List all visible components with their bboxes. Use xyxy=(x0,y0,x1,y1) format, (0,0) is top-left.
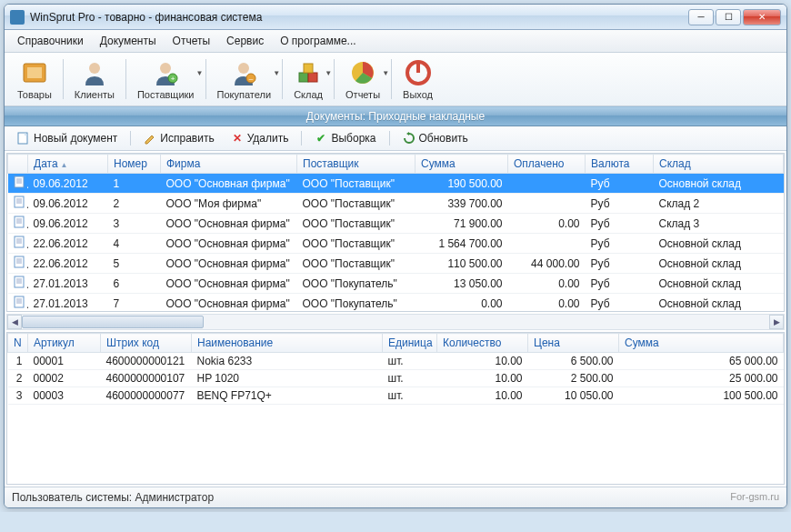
svg-text:–: – xyxy=(249,75,254,83)
scroll-left-icon[interactable]: ◀ xyxy=(7,315,22,329)
grid-header-row: Дата▲ Номер Фирма Поставщик Сумма Оплаче… xyxy=(8,155,784,174)
row-icon-cell xyxy=(8,294,28,313)
table-row[interactable]: 2000024600000000107HP 1020шт.10.002 500.… xyxy=(8,370,784,387)
toolbar-buyers[interactable]: –Покупатели▼ xyxy=(210,56,279,102)
col-warehouse[interactable]: Склад xyxy=(654,155,784,174)
svg-rect-14 xyxy=(416,62,420,73)
row-icon-cell xyxy=(8,274,28,294)
table-row[interactable]: 09.06.20123ООО "Основная фирма"ООО "Пост… xyxy=(8,214,784,234)
dcol-name[interactable]: Наименование xyxy=(192,334,383,353)
menu-service[interactable]: Сервис xyxy=(219,32,271,50)
clients-icon xyxy=(80,58,109,87)
document-icon xyxy=(14,176,26,188)
toolbar-goods[interactable]: Товары xyxy=(10,56,59,102)
svg-point-3 xyxy=(160,63,171,74)
col-date[interactable]: Дата▲ xyxy=(28,155,108,174)
svg-rect-10 xyxy=(308,73,317,82)
dcol-qty[interactable]: Количество xyxy=(437,334,528,353)
chevron-down-icon[interactable]: ▼ xyxy=(325,69,332,77)
table-row[interactable]: 3000034600000000077BENQ FP71Q+шт.10.0010… xyxy=(8,387,784,405)
svg-rect-28 xyxy=(15,236,24,247)
svg-rect-9 xyxy=(299,73,308,82)
document-icon xyxy=(14,296,26,308)
dcol-unit[interactable]: Единица xyxy=(383,334,437,353)
grid-hscrollbar[interactable]: ◀ ▶ xyxy=(6,314,785,330)
new-document-button[interactable]: Новый документ xyxy=(10,129,125,147)
toolbar-reports[interactable]: Отчеты▼ xyxy=(338,56,387,102)
col-supplier[interactable]: Поставщик xyxy=(297,155,416,174)
toolbar-label: Покупатели xyxy=(217,89,272,100)
svg-rect-1 xyxy=(27,67,42,78)
titlebar[interactable]: WinSprut Pro - товарно - финансовая сист… xyxy=(5,5,786,30)
dcol-sum[interactable]: Сумма xyxy=(619,334,784,353)
row-icon-cell xyxy=(8,234,28,254)
document-action-bar: Новый документ Исправить ✕ Удалить ✔ Выб… xyxy=(5,126,786,151)
chevron-down-icon[interactable]: ▼ xyxy=(273,69,280,77)
col-sum[interactable]: Сумма xyxy=(416,155,508,174)
buyers-icon: – xyxy=(229,58,258,87)
toolbar-label: Клиенты xyxy=(75,89,115,100)
toolbar-warehouse[interactable]: Склад▼ xyxy=(286,56,330,102)
delete-button[interactable]: ✕ Удалить xyxy=(224,129,296,147)
table-row[interactable]: 1000014600000000121Nokia 6233шт.10.006 5… xyxy=(8,353,784,370)
chevron-down-icon[interactable]: ▼ xyxy=(196,69,204,77)
document-icon xyxy=(14,256,26,268)
detail-grid[interactable]: N Артикул Штрих код Наименование Единица… xyxy=(6,332,785,485)
new-icon xyxy=(17,132,30,145)
toolbar-clients[interactable]: Клиенты xyxy=(67,56,122,102)
toolbar-label: Отчеты xyxy=(345,89,380,100)
filter-label: Выборка xyxy=(331,132,375,145)
watermark: For-gsm.ru xyxy=(730,491,779,504)
col-number[interactable]: Номер xyxy=(108,155,161,174)
svg-point-2 xyxy=(89,63,100,74)
table-row[interactable]: 09.06.20121ООО "Основная фирма"ООО "Пост… xyxy=(8,174,784,194)
close-button[interactable]: ✕ xyxy=(743,9,781,25)
window-title: WinSprut Pro - товарно - финансовая сист… xyxy=(30,11,688,24)
dcol-price[interactable]: Цена xyxy=(528,334,619,353)
edit-label: Исправить xyxy=(160,132,214,145)
dcol-n[interactable]: N xyxy=(8,334,28,353)
scroll-thumb[interactable] xyxy=(22,316,204,328)
svg-rect-32 xyxy=(15,256,24,267)
document-icon xyxy=(14,276,26,288)
suppliers-icon: + xyxy=(151,58,180,87)
edit-button[interactable]: Исправить xyxy=(136,129,221,147)
svg-rect-11 xyxy=(304,64,313,73)
table-row[interactable]: 27.01.20136ООО "Основная фирма"ООО "Поку… xyxy=(8,274,784,294)
documents-grid[interactable]: Дата▲ Номер Фирма Поставщик Сумма Оплаче… xyxy=(6,153,785,312)
detail-header-row: N Артикул Штрих код Наименование Единица… xyxy=(8,334,784,353)
svg-rect-20 xyxy=(15,196,24,207)
col-icon[interactable] xyxy=(8,155,28,174)
table-row[interactable]: 09.06.20122ООО "Моя фирма"ООО "Поставщик… xyxy=(8,194,784,214)
menu-documents[interactable]: Документы xyxy=(93,32,164,50)
warehouse-icon xyxy=(294,58,323,87)
dcol-barcode[interactable]: Штрих код xyxy=(101,334,192,353)
table-row[interactable]: 27.01.20137ООО "Основная фирма"ООО "Поку… xyxy=(8,294,784,313)
menu-reports[interactable]: Отчеты xyxy=(165,32,217,50)
col-paid[interactable]: Оплачено xyxy=(508,155,586,174)
toolbar-suppliers[interactable]: +Поставщики▼ xyxy=(130,56,202,102)
col-firm[interactable]: Фирма xyxy=(161,155,297,174)
scroll-right-icon[interactable]: ▶ xyxy=(769,315,784,329)
toolbar-label: Выход xyxy=(403,89,433,100)
toolbar-label: Товары xyxy=(17,89,52,100)
svg-point-6 xyxy=(238,63,249,74)
section-title: Документы: Приходные накладные xyxy=(5,106,786,126)
minimize-button[interactable]: ─ xyxy=(688,9,714,25)
toolbar-exit[interactable]: Выход xyxy=(396,56,440,102)
menu-about[interactable]: О программе... xyxy=(273,32,363,50)
menu-references[interactable]: Справочники xyxy=(10,32,91,50)
table-row[interactable]: 22.06.20124ООО "Основная фирма"ООО "Пост… xyxy=(8,234,784,254)
svg-rect-40 xyxy=(15,296,24,307)
app-window: WinSprut Pro - товарно - финансовая сист… xyxy=(4,4,787,508)
chevron-down-icon[interactable]: ▼ xyxy=(382,69,389,77)
maximize-button[interactable]: ☐ xyxy=(716,9,741,25)
col-currency[interactable]: Валюта xyxy=(586,155,654,174)
refresh-button[interactable]: Обновить xyxy=(396,129,476,147)
document-icon xyxy=(14,216,26,228)
filter-button[interactable]: ✔ Выборка xyxy=(307,129,383,147)
table-row[interactable]: 22.06.20125ООО "Основная фирма"ООО "Пост… xyxy=(8,254,784,274)
dcol-article[interactable]: Артикул xyxy=(28,334,101,353)
toolbar-label: Поставщики xyxy=(137,89,195,100)
status-user: Пользователь системы: Администратор xyxy=(12,491,214,504)
